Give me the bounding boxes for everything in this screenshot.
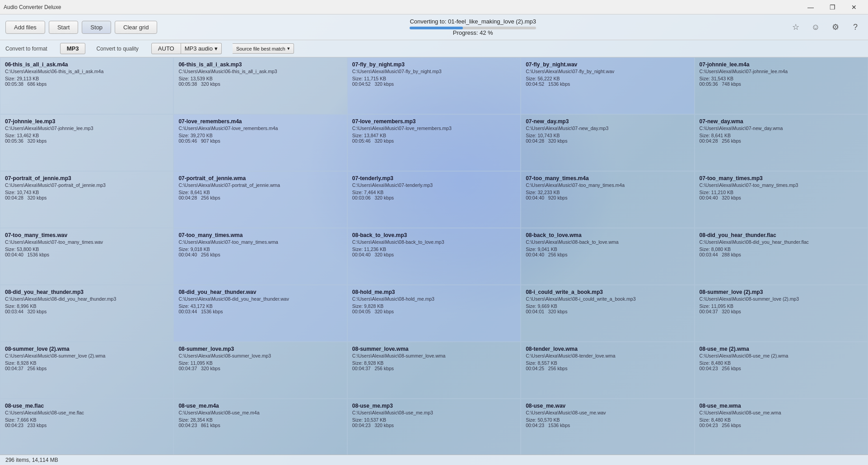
file-card[interactable]: 07-tenderly.mp3 C:\Users\Alexa\Music\07-… bbox=[347, 171, 521, 228]
file-duration: 00:04:23 320 kbps bbox=[352, 423, 516, 428]
file-duration: 00:04:40 320 kbps bbox=[700, 195, 863, 200]
file-name: 08-use_me.wav bbox=[526, 403, 689, 409]
file-card[interactable]: 08-did_you_hear_thunder.wav C:\Users\Ale… bbox=[173, 285, 347, 342]
source-dropdown[interactable]: Source file best match ▾ bbox=[233, 43, 294, 54]
quality-dropdown[interactable]: MP3 audio ▾ bbox=[181, 43, 222, 54]
file-path: C:\Users\Alexa\Music\08-summer_love (2).… bbox=[5, 353, 168, 359]
file-duration: 00:03:06 320 kbps bbox=[352, 195, 516, 200]
file-path: C:\Users\Alexa\Music\08-use_me.mp3 bbox=[352, 410, 516, 416]
file-card[interactable]: 06-this_is_all_i_ask.mp3 C:\Users\Alexa\… bbox=[173, 57, 347, 114]
file-card[interactable]: 08-summer_love.mp3 C:\Users\Alexa\Music\… bbox=[173, 342, 347, 399]
file-card[interactable]: 08-i_could_write_a_book.mp3 C:\Users\Ale… bbox=[521, 285, 694, 342]
close-button[interactable]: ✕ bbox=[844, 1, 864, 14]
converting-label: Converting to: 01-feel_like_making_love … bbox=[410, 18, 536, 25]
star-button[interactable]: ☆ bbox=[789, 20, 803, 34]
file-size: Size: 9,018 KB bbox=[178, 246, 342, 252]
file-name: 08-hold_me.mp3 bbox=[352, 289, 516, 295]
file-name: 08-use_me.wma bbox=[700, 403, 863, 409]
file-card[interactable]: 08-use_me.wav C:\Users\Alexa\Music\08-us… bbox=[521, 399, 694, 456]
help-button[interactable]: ? bbox=[848, 20, 863, 34]
file-card[interactable]: 07-love_remembers.mp3 C:\Users\Alexa\Mus… bbox=[347, 114, 521, 171]
file-grid: 06-this_is_all_i_ask.m4a C:\Users\Alexa\… bbox=[0, 57, 868, 456]
file-card[interactable]: 07-fly_by_night.mp3 C:\Users\Alexa\Music… bbox=[347, 57, 521, 114]
file-duration: 00:03:44 1536 kbps bbox=[178, 309, 342, 314]
file-card[interactable]: 07-portrait_of_jennie.mp3 C:\Users\Alexa… bbox=[0, 171, 173, 228]
file-card[interactable]: 07-too_many_times.mp3 C:\Users\Alexa\Mus… bbox=[695, 171, 868, 228]
file-duration: 00:04:23 256 kbps bbox=[700, 366, 863, 371]
file-size: Size: 10,537 KB bbox=[352, 417, 516, 423]
file-size: Size: 39,270 KB bbox=[178, 133, 342, 138]
start-button[interactable]: Start bbox=[49, 21, 78, 34]
file-name: 07-love_remembers.mp3 bbox=[352, 118, 516, 125]
file-card[interactable]: 08-use_me.m4a C:\Users\Alexa\Music\08-us… bbox=[173, 399, 347, 456]
file-card[interactable]: 07-too_many_times.wav C:\Users\Alexa\Mus… bbox=[0, 228, 173, 285]
file-card[interactable]: 08-use_me.mp3 C:\Users\Alexa\Music\08-us… bbox=[347, 399, 521, 456]
file-size: Size: 8,928 KB bbox=[352, 360, 516, 366]
file-duration: 00:04:05 320 kbps bbox=[352, 309, 516, 314]
file-path: C:\Users\Alexa\Music\07-too_many_times.w… bbox=[178, 239, 342, 246]
face-button[interactable]: ☺ bbox=[808, 20, 823, 34]
quality-group: AUTO MP3 audio ▾ bbox=[151, 43, 222, 54]
file-duration: 00:05:46 907 kbps bbox=[178, 138, 342, 144]
file-card[interactable]: 08-summer_love.wma C:\Users\Alexa\Music\… bbox=[347, 342, 521, 399]
file-duration: 00:04:25 256 kbps bbox=[526, 366, 689, 371]
file-card[interactable]: 08-use_me (2).wma C:\Users\Alexa\Music\0… bbox=[695, 342, 868, 399]
file-card[interactable]: 07-fly_by_night.wav C:\Users\Alexa\Music… bbox=[521, 57, 694, 114]
status-bar: 296 items, 14,114 MB bbox=[0, 455, 868, 465]
file-card[interactable]: 07-johnnie_lee.mp3 C:\Users\Alexa\Music\… bbox=[0, 114, 173, 171]
file-size: Size: 7,464 KB bbox=[352, 190, 516, 195]
file-card[interactable]: 06-this_is_all_i_ask.m4a C:\Users\Alexa\… bbox=[0, 57, 173, 114]
file-size: Size: 8,641 KB bbox=[700, 133, 863, 138]
file-path: C:\Users\Alexa\Music\07-johnnie_lee.m4a bbox=[700, 69, 863, 75]
stop-button[interactable]: Stop bbox=[82, 21, 111, 34]
file-path: C:\Users\Alexa\Music\08-use_me.wav bbox=[526, 410, 689, 416]
file-card[interactable]: 07-new_day.mp3 C:\Users\Alexa\Music\07-n… bbox=[521, 114, 694, 171]
file-card[interactable]: 08-hold_me.mp3 C:\Users\Alexa\Music\08-h… bbox=[347, 285, 521, 342]
file-card[interactable]: 08-did_you_hear_thunder.mp3 C:\Users\Ale… bbox=[0, 285, 173, 342]
quality-auto-button[interactable]: AUTO bbox=[151, 43, 181, 54]
maximize-button[interactable]: ❐ bbox=[822, 1, 843, 14]
file-card[interactable]: 08-back_to_love.mp3 C:\Users\Alexa\Music… bbox=[347, 228, 521, 285]
file-card[interactable]: 08-use_me.flac C:\Users\Alexa\Music\08-u… bbox=[0, 399, 173, 456]
file-duration: 00:05:36 748 kbps bbox=[700, 81, 863, 87]
file-card[interactable]: 07-too_many_times.wma C:\Users\Alexa\Mus… bbox=[173, 228, 347, 285]
minimize-button[interactable]: — bbox=[800, 1, 821, 14]
file-size: Size: 56,222 KB bbox=[526, 76, 689, 81]
toolbar-icons: ☆ ☺ ⚙ ? bbox=[789, 20, 863, 34]
file-path: C:\Users\Alexa\Music\07-portrait_of_jenn… bbox=[178, 182, 342, 189]
file-card[interactable]: 08-did_you_hear_thunder.flac C:\Users\Al… bbox=[695, 228, 868, 285]
file-duration: 00:05:38 320 kbps bbox=[178, 81, 342, 87]
format-mp3-button[interactable]: MP3 bbox=[60, 43, 86, 54]
file-size: Size: 8,641 KB bbox=[178, 190, 342, 195]
file-card[interactable]: 08-summer_love (2).mp3 C:\Users\Alexa\Mu… bbox=[695, 285, 868, 342]
file-card[interactable]: 08-back_to_love.wma C:\Users\Alexa\Music… bbox=[521, 228, 694, 285]
file-card[interactable]: 08-use_me.wma C:\Users\Alexa\Music\08-us… bbox=[695, 399, 868, 456]
file-size: Size: 13,539 KB bbox=[178, 76, 342, 81]
file-card[interactable]: 07-love_remembers.m4a C:\Users\Alexa\Mus… bbox=[173, 114, 347, 171]
file-name: 08-use_me.m4a bbox=[178, 403, 342, 409]
file-card[interactable]: 07-johnnie_lee.m4a C:\Users\Alexa\Music\… bbox=[695, 57, 868, 114]
file-path: C:\Users\Alexa\Music\08-use_me (2).wma bbox=[700, 353, 863, 359]
file-size: Size: 13,847 KB bbox=[352, 133, 516, 138]
file-name: 07-too_many_times.wma bbox=[178, 232, 342, 238]
file-size: Size: 8,996 KB bbox=[5, 303, 168, 309]
file-card[interactable]: 08-tender_love.wma C:\Users\Alexa\Music\… bbox=[521, 342, 694, 399]
file-duration: 00:04:28 320 kbps bbox=[5, 195, 168, 200]
file-name: 08-did_you_hear_thunder.flac bbox=[700, 232, 863, 238]
file-size: Size: 32,233 KB bbox=[526, 190, 689, 195]
file-path: C:\Users\Alexa\Music\07-tenderly.mp3 bbox=[352, 182, 516, 189]
file-size: Size: 31,543 KB bbox=[700, 76, 863, 81]
file-card[interactable]: 07-new_day.wma C:\Users\Alexa\Music\07-n… bbox=[695, 114, 868, 171]
file-path: C:\Users\Alexa\Music\07-new_day.mp3 bbox=[526, 126, 689, 132]
file-size: Size: 29,113 KB bbox=[5, 76, 168, 81]
file-duration: 00:04:23 1536 kbps bbox=[526, 423, 689, 428]
file-path: C:\Users\Alexa\Music\08-use_me.flac bbox=[5, 410, 168, 416]
clear-grid-button[interactable]: Clear grid bbox=[115, 21, 157, 34]
settings-button[interactable]: ⚙ bbox=[828, 20, 843, 34]
file-card[interactable]: 07-too_many_times.m4a C:\Users\Alexa\Mus… bbox=[521, 171, 694, 228]
file-card[interactable]: 07-portrait_of_jennie.wma C:\Users\Alexa… bbox=[173, 171, 347, 228]
file-size: Size: 9,828 KB bbox=[352, 303, 516, 309]
file-path: C:\Users\Alexa\Music\06-this_is_all_i_as… bbox=[5, 69, 168, 75]
file-card[interactable]: 08-summer_love (2).wma C:\Users\Alexa\Mu… bbox=[0, 342, 173, 399]
add-files-button[interactable]: Add files bbox=[5, 21, 45, 34]
